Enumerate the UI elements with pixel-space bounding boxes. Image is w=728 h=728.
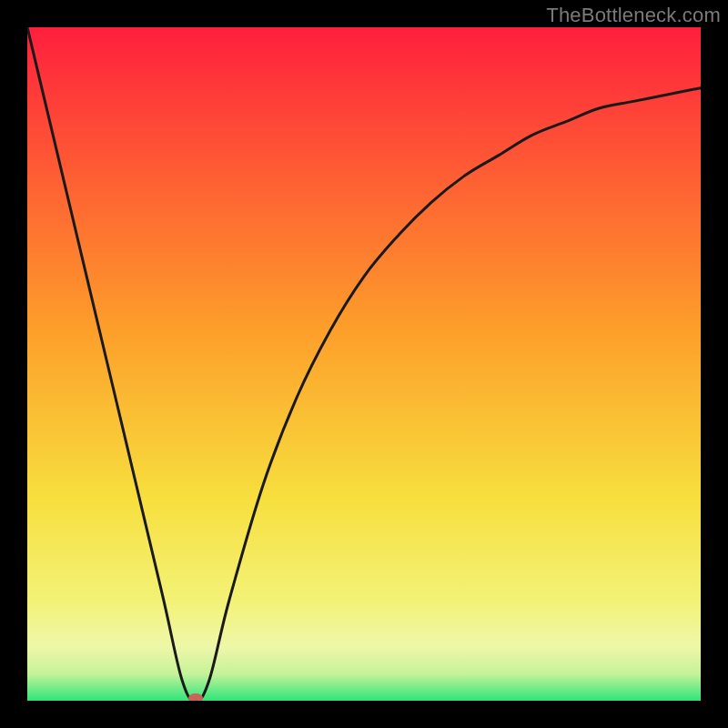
watermark-text: TheBottleneck.com (546, 4, 721, 27)
chart-frame: TheBottleneck.com (0, 0, 728, 728)
chart-svg (27, 27, 701, 701)
gradient-background (27, 27, 701, 701)
plot-area (27, 27, 701, 701)
